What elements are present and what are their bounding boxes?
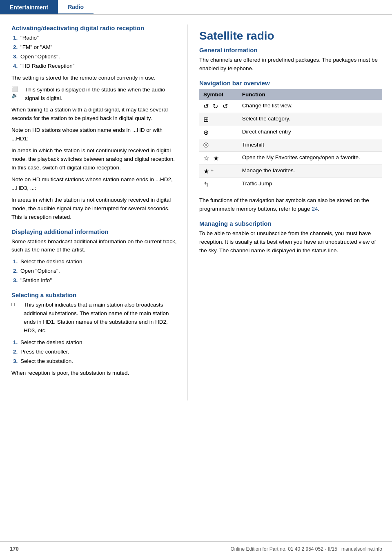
list-item: 3.Select the substation. bbox=[11, 357, 178, 366]
tab-entertainment[interactable]: Entertainment bbox=[0, 0, 58, 14]
list-item: 1.Select the desired station. bbox=[11, 258, 178, 266]
section-displaying-title: Displaying additional information bbox=[11, 228, 178, 235]
list-item: 1."Radio" bbox=[11, 34, 178, 42]
displaying-para: Some stations broadcast additional infor… bbox=[11, 238, 178, 255]
list-item: 3."Station info" bbox=[11, 276, 178, 285]
list-item: 4."HD Radio Reception" bbox=[11, 62, 178, 71]
note1-text: The setting is stored for the remote con… bbox=[11, 74, 178, 82]
function-cell: Open the My Favorites category/open a fa… bbox=[238, 151, 382, 165]
table-header-function: Function bbox=[238, 89, 382, 100]
table-row: ⊞ Select the category. bbox=[199, 113, 382, 126]
table-row: ★⁺ Manage the favorites. bbox=[199, 165, 382, 178]
right-column: Satellite radio General information The … bbox=[188, 24, 392, 400]
list-item: 2.Press the controller. bbox=[11, 348, 178, 356]
table-row: ⊕ Direct channel entry bbox=[199, 126, 382, 139]
footer-note: Online Edition for Part no. 01 40 2 954 … bbox=[230, 546, 382, 552]
section-activating: Activating/deactivating digital radio re… bbox=[11, 24, 178, 222]
left-column: Activating/deactivating digital radio re… bbox=[0, 24, 188, 400]
managing-subscription-title: Managing a subscription bbox=[199, 220, 382, 227]
section-nav-bar: Navigation bar overview Symbol Function … bbox=[199, 80, 382, 214]
substation-note: When reception is poor, the substation i… bbox=[11, 369, 178, 378]
steps-list-1: 1."Radio" 2."FM" or "AM" 3.Open "Options… bbox=[11, 34, 178, 71]
function-cell: Timeshift bbox=[238, 139, 382, 151]
substation-sym-text: This symbol indicates that a main statio… bbox=[24, 301, 178, 335]
symbol-cell: ↺ ↻ ↺ bbox=[199, 100, 238, 113]
section-general-info: General information The channels are off… bbox=[199, 47, 382, 73]
para2: Note on HD stations whose station name e… bbox=[11, 126, 178, 143]
symbol-cell: ☆ ★ bbox=[199, 151, 238, 165]
top-navigation: Entertainment Radio bbox=[0, 0, 392, 15]
para3: In areas in which the station is not con… bbox=[11, 147, 178, 172]
list-item: 2."FM" or "AM" bbox=[11, 43, 178, 52]
section-activating-title: Activating/deactivating digital radio re… bbox=[11, 24, 178, 31]
steps-list-2: 1.Select the desired station. 2.Open "Op… bbox=[11, 258, 178, 285]
satellite-radio-title: Satellite radio bbox=[199, 29, 382, 42]
list-item: 2.Open "Options". bbox=[11, 267, 178, 276]
function-cell: Direct channel entry bbox=[238, 126, 382, 139]
hd-note-text: This symbol is displayed in the status l… bbox=[25, 86, 178, 103]
tab-entertainment-label: Entertainment bbox=[10, 4, 48, 11]
general-info-title: General information bbox=[199, 47, 382, 53]
nav-table-note: The functions of the navigation bar symb… bbox=[199, 196, 382, 214]
symbol-cell: ⊞ bbox=[199, 113, 238, 126]
tab-radio-label: Radio bbox=[68, 4, 84, 10]
function-cell: Change the list view. bbox=[238, 100, 382, 113]
section-displaying: Displaying additional information Some s… bbox=[11, 228, 178, 285]
symbol-cell: ↰ bbox=[199, 178, 238, 191]
table-row: ↺ ↻ ↺ Change the list view. bbox=[199, 100, 382, 113]
function-cell: Select the category. bbox=[238, 113, 382, 126]
nav-bar-title: Navigation bar overview bbox=[199, 80, 382, 87]
substation-symbol-note: □ This symbol indicates that a main stat… bbox=[11, 301, 178, 335]
para5: In areas in which the station is not con… bbox=[11, 196, 178, 222]
symbol-cell: ⊕ bbox=[199, 126, 238, 139]
section-managing-subscription: Managing a subscription To be able to en… bbox=[199, 220, 382, 255]
general-info-para: The channels are offered in predefined p… bbox=[199, 56, 382, 73]
footer: 170 Online Edition for Part no. 01 40 2 … bbox=[0, 541, 392, 556]
section-substation-title: Selecting a substation bbox=[11, 291, 178, 298]
section-substation: Selecting a substation □ This symbol ind… bbox=[11, 291, 178, 377]
hd-symbol-note: ⬜🔉 This symbol is displayed in the statu… bbox=[11, 86, 178, 103]
tab-radio[interactable]: Radio bbox=[58, 0, 94, 14]
table-row: ↰ Traffic Jump bbox=[199, 178, 382, 191]
page-link[interactable]: 24 bbox=[312, 206, 318, 212]
page-number: 170 bbox=[10, 546, 19, 552]
para4: Note on HD multicast stations whose stat… bbox=[11, 176, 178, 193]
substation-icon: □ bbox=[11, 301, 21, 307]
table-header-symbol: Symbol bbox=[199, 89, 238, 100]
para1: When tuning to a station with a digital … bbox=[11, 106, 178, 123]
hd-icon: ⬜🔉 bbox=[11, 86, 22, 98]
list-item: 3.Open "Options". bbox=[11, 53, 178, 61]
table-row: ☆ ★ Open the My Favorites category/open … bbox=[199, 151, 382, 165]
symbol-cell: ⦾ bbox=[199, 139, 238, 151]
main-content: Activating/deactivating digital radio re… bbox=[0, 15, 392, 400]
managing-subscription-para: To be able to enable or unsubscribe from… bbox=[199, 229, 382, 255]
list-item: 1.Select the desired station. bbox=[11, 338, 178, 347]
function-cell: Manage the favorites. bbox=[238, 165, 382, 178]
table-row: ⦾ Timeshift bbox=[199, 139, 382, 151]
symbol-cell: ★⁺ bbox=[199, 165, 238, 178]
steps-list-3: 1.Select the desired station. 2.Press th… bbox=[11, 338, 178, 366]
nav-table: Symbol Function ↺ ↻ ↺ Change the list vi… bbox=[199, 89, 382, 191]
function-cell: Traffic Jump bbox=[238, 178, 382, 191]
